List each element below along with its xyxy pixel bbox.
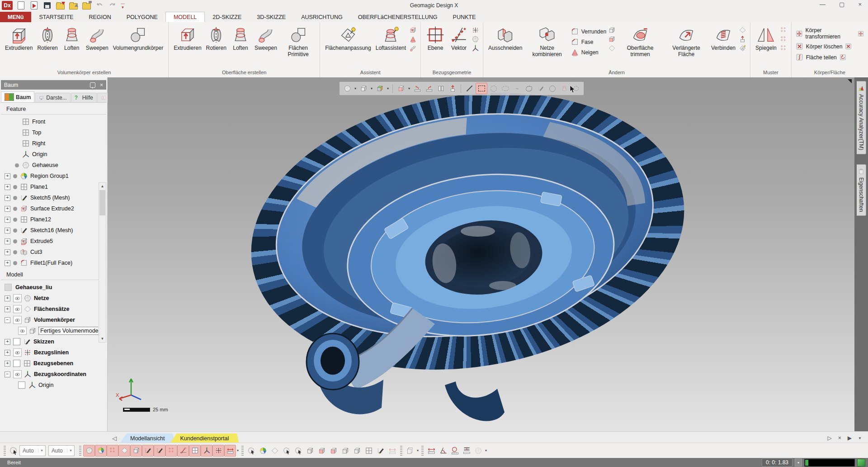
face-patch-icon[interactable] [739,44,746,52]
tree-item-bezugslinien[interactable]: +Bezugslinien [3,347,107,358]
toggle-mesh-visibility[interactable] [83,445,95,457]
chevron-down-icon[interactable]: ▾ [370,86,373,91]
sphere-select-button[interactable] [547,83,558,94]
expand-icon[interactable]: + [5,339,10,345]
paint-select-button[interactable] [535,83,546,94]
selection-filter-button[interactable] [8,445,19,457]
verbinden-button[interactable]: Verbinden [710,24,737,52]
sweepen-surface-button[interactable]: Sweepen [253,24,278,52]
toggle-measurement-visibility[interactable] [224,445,236,457]
minimize-button[interactable]: — [820,1,826,8]
select-orientation-mode[interactable] [387,445,398,457]
toolbar-grip[interactable] [241,446,244,456]
tree-item-sketch16[interactable]: +Sketch16 (Mesh) [3,225,107,236]
loftassistent-button[interactable]: Loftassistent [374,24,407,52]
panel-tab-baum[interactable]: Baum [1,91,34,102]
section-view-button[interactable] [396,83,406,94]
filter-dropdown-1[interactable]: Auto▾ [19,445,46,456]
tree-item-cut3[interactable]: +Cut3 [3,247,107,257]
expand-icon[interactable]: + [5,249,10,255]
chevron-down-icon[interactable]: ▾ [386,86,390,91]
visibility-eye-icon[interactable] [13,294,22,302]
tree-scrollbar[interactable]: ▲ ▼ [99,182,106,343]
scroll-down-icon[interactable]: ▼ [99,335,106,342]
ausschneiden-button[interactable]: Ausschneiden [487,24,524,52]
tree-item-origin-datum[interactable]: Origin [3,380,107,391]
tree-item-skizzen[interactable]: +Skizzen [3,336,107,347]
lasso-select-button[interactable] [524,83,534,94]
toggle-point-cloud-visibility[interactable] [107,445,118,457]
tree-item-bezugsebenen[interactable]: +Bezugsebenen [3,358,107,369]
tree-item-fillet1[interactable]: +Fillet1(Full Face) [3,257,107,268]
copy-button[interactable] [404,445,416,457]
circle-select-button[interactable] [488,83,499,94]
tab-startseite[interactable]: STARTSEITE [31,12,81,22]
tab-menu[interactable]: MENü [0,12,31,22]
toggle-surface-body-visibility[interactable] [118,445,130,457]
linear-pattern-icon[interactable] [780,26,788,34]
3d-viewport[interactable]: ▾ ▾ ▾ ▾ ~ [108,77,854,431]
koerper-loeschen-button[interactable]: Körper löschen [795,42,864,51]
toggle-solid-body-visibility[interactable] [130,445,142,457]
flaeche-teilen-button[interactable]: Fläche teilen [795,53,864,62]
neigen-button[interactable]: Neigen [571,48,606,57]
expand-icon[interactable]: + [5,295,10,301]
visibility-checkbox[interactable] [18,381,25,389]
scroll-thumb[interactable] [99,190,105,215]
split-view-button[interactable] [435,83,446,94]
tab-modellansicht[interactable]: Modellansicht [120,434,175,443]
mesh-tool-button[interactable] [472,445,484,457]
rotieren-surface-button[interactable]: Rotieren [205,24,228,52]
revolve-wizard-icon[interactable] [409,35,417,43]
maximize-button[interactable]: ▢ [839,1,844,8]
select-mesh-mode[interactable] [245,445,257,457]
spline-select-button[interactable]: ~ [512,83,523,94]
emboss-icon[interactable] [608,35,616,43]
toggle-region-visibility[interactable] [95,445,107,457]
toggle-ref-polyline-visibility[interactable] [212,445,224,457]
chevron-down-icon[interactable]: ▾ [795,458,802,467]
oberflaeche-trimmen-button[interactable]: Oberfläche trimmen [618,24,663,59]
tree-item-top[interactable]: Top [3,127,107,138]
tree-item-plane12[interactable]: +Plane12 [3,214,107,225]
pin-icon[interactable] [90,82,95,88]
tab-2d-skizze[interactable]: 2D-SKIZZE [205,12,249,22]
tree-item-gehaeuse-liu[interactable]: Gehaeuse_liu [3,282,107,293]
filter-dropdown-2[interactable]: Auto▾ [48,445,75,456]
ellipse-select-button[interactable] [500,83,511,94]
tree-item-gehaeuse[interactable]: Gehaeuse [3,160,107,171]
koordinate-icon[interactable] [472,44,479,52]
tree-item-region-group1[interactable]: +Region Group1 [3,171,107,181]
tab-ausrichtung[interactable]: AUSRICHTUNG [293,12,350,22]
select-surface-body-mode[interactable] [328,445,340,457]
visibility-checkbox[interactable] [13,338,20,345]
rotate-left-button[interactable] [412,83,423,94]
visibility-eye-icon[interactable] [18,327,27,335]
panel-close-icon[interactable]: × [100,82,103,88]
tree-item-surface-extrude2[interactable]: +Surface Extrude2 [3,203,107,214]
toolbar-grip[interactable] [4,446,6,456]
rectangle-select-button[interactable] [476,83,487,94]
ebene-button[interactable]: Ebene [425,24,446,52]
next-view-tab-icon[interactable]: ▷ [828,435,832,441]
flaechen-primitive-button[interactable]: Flächen Primitive [280,24,316,59]
loften-solid-button[interactable]: Loften [61,24,83,52]
shell-icon[interactable] [608,26,616,34]
toggle-ref-coordinate-visibility[interactable] [201,445,212,457]
sweep-wizard-icon[interactable] [409,44,417,52]
tab-3d-skizze[interactable]: 3D-SKIZZE [249,12,293,22]
color-map-display-button[interactable] [374,83,385,94]
curve-pattern-icon[interactable] [780,44,788,52]
volumengrundkoerper-button[interactable]: Volumengrundkörper [112,24,165,52]
sweepen-solid-button[interactable]: Sweepen [85,24,110,52]
tree-item-bezugskoordinaten[interactable]: −Bezugskoordinaten [3,369,107,380]
last-view-tab-icon[interactable]: ▶ [848,435,852,441]
flaechenanpassung-button[interactable]: Flächenanpassung [324,24,372,52]
tab-kundendienstportal[interactable]: Kundendienstportal [170,434,239,443]
extend-normal-icon[interactable] [739,35,746,43]
expand-icon[interactable]: + [5,184,10,190]
spiegeln-button[interactable]: Spiegeln [754,24,778,52]
rotate-right-button[interactable] [424,83,434,94]
expand-icon[interactable]: + [5,350,10,356]
extrudieren-solid-button[interactable]: Extrudieren [4,24,34,52]
